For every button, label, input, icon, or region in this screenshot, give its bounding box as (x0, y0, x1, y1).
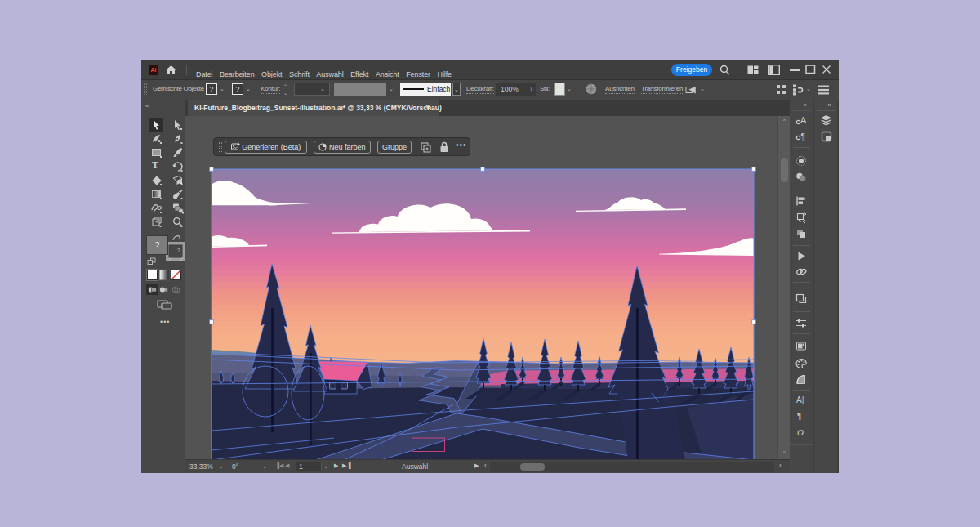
svg-text:A: A (800, 115, 807, 125)
svg-text:¶: ¶ (801, 132, 805, 141)
